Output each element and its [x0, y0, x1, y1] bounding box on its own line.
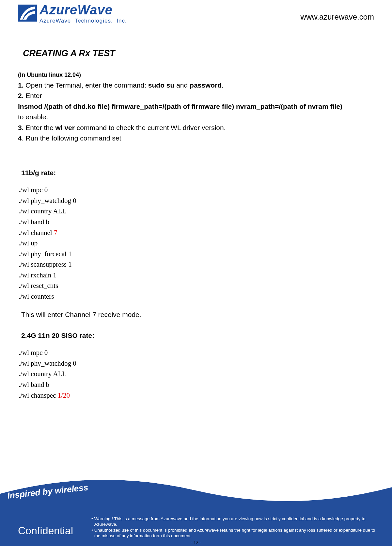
disclaimer-line: Warning!! This is a message from Azurewa… [94, 516, 379, 527]
bullet-icon: • [91, 516, 93, 527]
step-text: Enter [24, 92, 42, 99]
cmd: ./wl phy_watchdog 0 [19, 195, 374, 206]
cmd: ./wl country ALL [19, 206, 374, 217]
cmd: ./wl band b [19, 379, 374, 390]
step-text: and [174, 81, 190, 89]
cmd: ./wl phy_forcecal 1 [19, 249, 374, 259]
page-number: - 12 - [191, 540, 201, 545]
cmd: ./wl mpc 0 [19, 185, 374, 195]
page-header: AzureWave AzureWave Technologies, Inc. w… [0, 0, 392, 33]
step-number: 1. [18, 81, 24, 89]
cmd-chanspec: ./wl chanspec 1/20 [19, 390, 374, 401]
bullet-icon: • [91, 527, 93, 539]
cmd: ./wl phy_watchdog 0 [19, 358, 374, 369]
disclaimer: •Warning!! This is a message from Azurew… [91, 516, 379, 539]
step-text: Enter the [24, 124, 55, 131]
step-3: 3. Enter the wl ver command to check the… [18, 123, 374, 132]
cmd: ./wl counters [19, 291, 374, 302]
brand-name: AzureWave [39, 3, 127, 16]
cmd-red-value: 7 [54, 229, 57, 237]
section-note: This will enter Channel 7 receive mode. [21, 311, 374, 319]
cmd-text: ./wl channel [19, 229, 54, 237]
step-bold: password [190, 81, 222, 89]
company-url: www.azurewave.com [301, 12, 374, 22]
cmd-red-value: 1/20 [58, 391, 70, 399]
step-text: Open the Terminal, enter the command: [24, 81, 148, 89]
step-number: 2. [18, 92, 24, 99]
disclaimer-line: Unauthorized use of this document is pro… [94, 527, 379, 539]
cmd: ./wl rxchain 1 [19, 270, 374, 281]
step-2: 2. Enter [18, 91, 374, 100]
cmd: ./wl mpc 0 [19, 347, 374, 358]
company-name: AzureWave Technologies, Inc. [39, 18, 127, 24]
cmd-text: ./wl chanspec [19, 391, 58, 399]
step-2-end: to enable. [18, 112, 374, 122]
content: CREATING A Rx TEST (In Ubuntu linux 12.0… [0, 33, 392, 401]
step-bold: sudo su [148, 81, 175, 89]
step-4: 4. Run the following command set [18, 133, 374, 143]
step-bold: wl ver [55, 124, 75, 131]
step-text: command to check the current WL driver v… [75, 124, 226, 131]
cmd-channel: ./wl channel 7 [19, 227, 374, 238]
step-text: . [222, 81, 224, 89]
step-number: 3. [18, 124, 24, 131]
step-text: . Run the following command set [22, 134, 121, 142]
command-list-11bg: ./wl mpc 0 ./wl phy_watchdog 0 ./wl coun… [18, 185, 374, 302]
cmd: ./wl up [19, 238, 374, 249]
command-list-11n20: ./wl mpc 0 ./wl phy_watchdog 0 ./wl coun… [18, 347, 374, 401]
cmd: ./wl reset_cnts [19, 280, 374, 291]
step-1: 1. Open the Terminal, enter the command:… [18, 80, 374, 90]
cmd: ./wl country ALL [19, 369, 374, 379]
step-number: 4 [18, 134, 22, 142]
cmd: ./wl band b [19, 217, 374, 227]
rate-heading-11n20: 2.4G 11n 20 SISO rate: [21, 332, 374, 339]
rate-heading-11bg: 11b/g rate: [21, 169, 374, 177]
page-footer: Inspired by wireless Confidential •Warni… [0, 471, 392, 546]
azurewave-logo-icon [18, 5, 37, 22]
confidential-label: Confidential [18, 525, 73, 537]
page-title: CREATING A Rx TEST [23, 48, 374, 58]
cmd: ./wl scansuppress 1 [19, 259, 374, 270]
insmod-command: Insmod /(path of dhd.ko file) firmware_p… [18, 102, 374, 111]
os-subtitle: (In Ubuntu linux 12.04) [18, 72, 374, 78]
